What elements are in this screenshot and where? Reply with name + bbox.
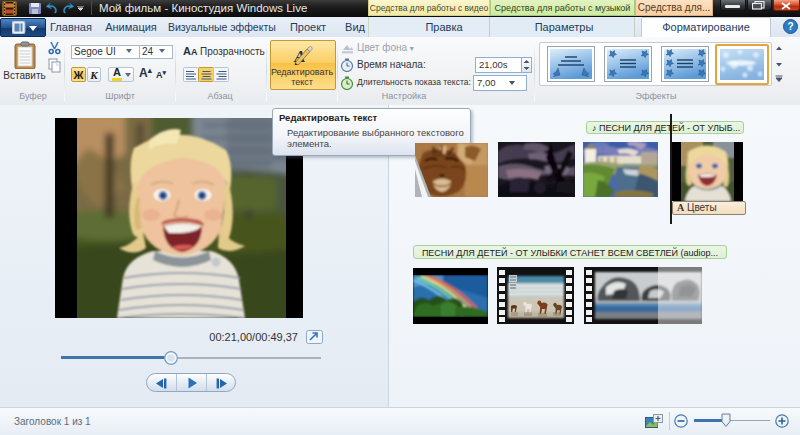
svg-text:?: ? [787,21,793,32]
